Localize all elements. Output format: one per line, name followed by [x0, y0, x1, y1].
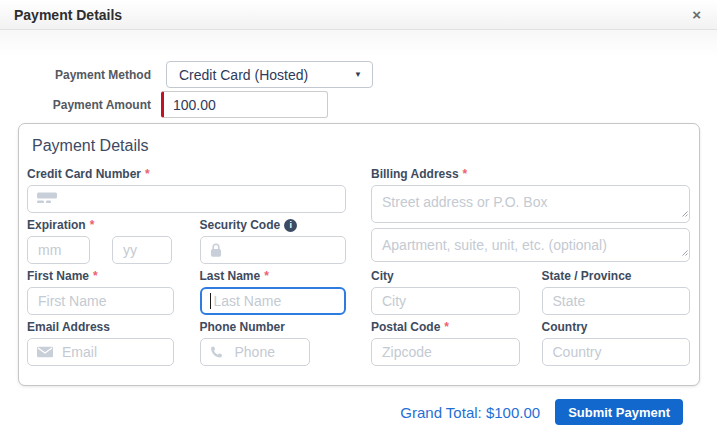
last-name-group: Last Name * — [200, 269, 347, 315]
phone-label: Phone Number — [200, 320, 347, 335]
credit-card-number-label: Credit Card Number * — [27, 167, 346, 182]
panel-left-column: Credit Card Number * — [27, 167, 346, 371]
first-name-input[interactable] — [27, 287, 174, 315]
email-label: Email Address — [27, 320, 174, 335]
security-code-label: Security Code i — [200, 218, 347, 233]
credit-card-input-wrap — [27, 185, 346, 213]
last-name-label: Last Name * — [200, 269, 347, 284]
payment-amount-row: Payment Amount — [18, 91, 700, 118]
modal-title: Payment Details — [14, 7, 122, 23]
security-code-input[interactable] — [200, 236, 347, 264]
expiration-security-row: Expiration * Security Code i — [27, 218, 346, 264]
postal-country-row: Postal Code * Country — [371, 320, 690, 366]
city-label: City — [371, 269, 520, 284]
first-name-group: First Name * — [27, 269, 174, 315]
city-state-row: City State / Province — [371, 269, 690, 315]
name-row: First Name * Last Name * — [27, 269, 346, 315]
modal-body: Payment Method Credit Card (Hosted) ▼ Pa… — [0, 30, 717, 425]
address-line2-wrap — [371, 228, 690, 262]
expiration-group: Expiration * — [27, 218, 174, 264]
payment-modal: Payment Details × Payment Method Credit … — [0, 0, 717, 425]
resize-handle-icon[interactable] — [680, 203, 688, 221]
payment-amount-label: Payment Amount — [18, 98, 166, 112]
contact-row: Email Address Phone Number — [27, 320, 346, 366]
grand-total-label: Grand Total: — [400, 404, 481, 421]
payment-method-value: Credit Card (Hosted) — [179, 67, 308, 83]
email-input-wrap — [27, 338, 174, 366]
payment-details-panel: Payment Details Credit Card Number * — [18, 123, 700, 386]
required-asterisk: * — [145, 167, 150, 182]
address-line2-group — [371, 228, 690, 262]
country-group: Country — [542, 320, 691, 366]
payment-method-label: Payment Method — [18, 68, 166, 82]
last-name-input-wrap — [200, 287, 347, 315]
security-code-input-wrap — [200, 236, 347, 264]
info-icon[interactable]: i — [284, 219, 297, 232]
address-line2-textarea[interactable] — [371, 228, 690, 262]
payment-method-select[interactable]: Credit Card (Hosted) ▼ — [166, 61, 373, 88]
country-input[interactable] — [542, 338, 691, 366]
postal-code-group: Postal Code * — [371, 320, 520, 366]
city-group: City — [371, 269, 520, 315]
security-code-group: Security Code i — [200, 218, 347, 264]
billing-address-wrap — [371, 185, 690, 223]
required-asterisk: * — [463, 167, 468, 182]
billing-address-group: Billing Address * — [371, 167, 690, 223]
close-icon[interactable]: × — [688, 5, 705, 24]
payment-method-row: Payment Method Credit Card (Hosted) ▼ — [18, 61, 700, 88]
panel-title: Payment Details — [32, 136, 690, 155]
panel-right-column: Billing Address * — [371, 167, 690, 371]
modal-header: Payment Details × — [0, 0, 717, 30]
required-asterisk: * — [264, 269, 269, 284]
postal-code-input[interactable] — [371, 338, 520, 366]
payment-amount-input[interactable] — [161, 91, 328, 118]
required-asterisk: * — [444, 320, 449, 335]
resize-handle-icon[interactable] — [680, 242, 688, 260]
email-group: Email Address — [27, 320, 174, 366]
grand-total-value: $100.00 — [486, 404, 540, 421]
expiration-yy-input[interactable] — [112, 236, 172, 264]
state-input[interactable] — [542, 287, 691, 315]
expiration-mm-input[interactable] — [27, 236, 90, 264]
postal-code-label: Postal Code * — [371, 320, 520, 335]
billing-address-label: Billing Address * — [371, 167, 690, 182]
grand-total: Grand Total: $100.00 — [400, 404, 540, 421]
expiration-label: Expiration * — [27, 218, 174, 233]
email-input[interactable] — [27, 338, 174, 366]
billing-address-textarea[interactable] — [371, 185, 690, 223]
phone-input[interactable] — [200, 338, 310, 366]
last-name-input[interactable] — [200, 287, 347, 315]
first-name-label: First Name * — [27, 269, 174, 284]
modal-footer: Grand Total: $100.00 Submit Payment — [18, 386, 700, 425]
required-asterisk: * — [93, 269, 98, 284]
top-form: Payment Method Credit Card (Hosted) ▼ Pa… — [18, 30, 700, 118]
expiration-inputs — [27, 236, 174, 264]
required-asterisk: * — [90, 218, 95, 233]
chevron-down-icon: ▼ — [354, 70, 362, 79]
credit-card-number-group: Credit Card Number * — [27, 167, 346, 213]
panel-grid: Credit Card Number * — [27, 167, 690, 371]
country-label: Country — [542, 320, 691, 335]
phone-input-wrap — [200, 338, 310, 366]
submit-payment-button[interactable]: Submit Payment — [555, 399, 683, 425]
state-group: State / Province — [542, 269, 691, 315]
text-cursor — [210, 293, 211, 309]
credit-card-number-input[interactable] — [27, 185, 346, 213]
city-input[interactable] — [371, 287, 520, 315]
state-label: State / Province — [542, 269, 691, 284]
phone-group: Phone Number — [200, 320, 347, 366]
